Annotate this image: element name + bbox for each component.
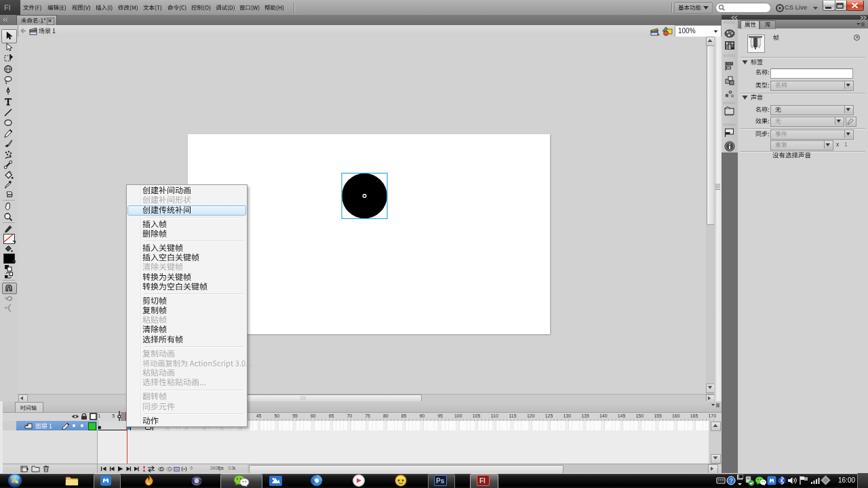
svg-text:?: ? <box>729 477 732 484</box>
